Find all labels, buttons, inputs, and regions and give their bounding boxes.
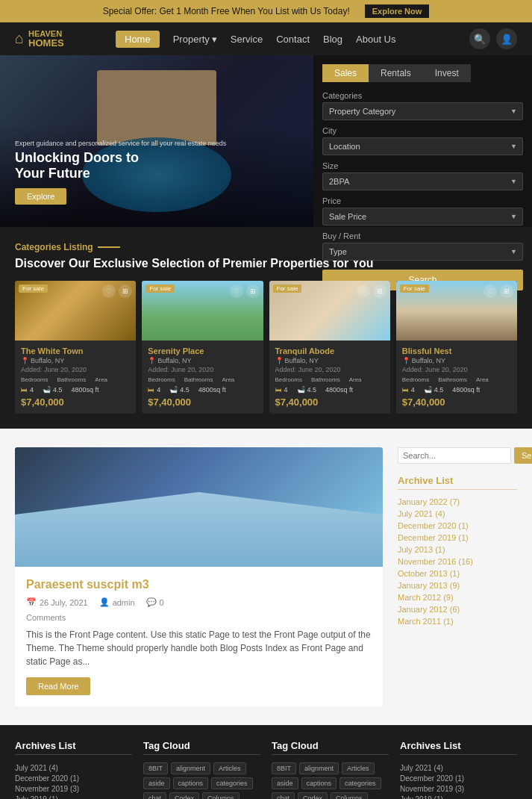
property-card: For sale ♡ ⊞ Serenity Place 📍 Buffalo, N… xyxy=(142,281,263,414)
blog-text: This is the Front Page content. Use this… xyxy=(26,628,372,668)
archive-item[interactable]: December 2020 (1) xyxy=(398,520,517,532)
footer-tagcloud-title-1: Tag Cloud xyxy=(143,740,260,755)
nav-service[interactable]: Service xyxy=(231,34,263,45)
archive-item[interactable]: March 2011 (1) xyxy=(398,615,517,627)
size-select[interactable]: 2BPA xyxy=(322,172,523,190)
compare-button[interactable]: ⊞ xyxy=(500,285,513,298)
tag[interactable]: Codex xyxy=(169,792,199,799)
archive-link[interactable]: July 2019 (1) xyxy=(400,794,517,799)
blog-date: 📅 26 July, 2021 xyxy=(26,597,88,607)
tag[interactable]: aside xyxy=(143,777,170,789)
price-field: Price Sale Price xyxy=(322,196,523,226)
like-button[interactable]: ♡ xyxy=(230,285,243,298)
nav-blog[interactable]: Blog xyxy=(323,34,342,45)
tag[interactable]: Columns xyxy=(202,792,240,799)
bedrooms-val: 4 xyxy=(157,386,160,394)
location-icon: 📍 xyxy=(275,357,284,364)
tag[interactable]: Articles xyxy=(213,762,246,774)
tab-sales[interactable]: Sales xyxy=(322,64,369,82)
archive-item[interactable]: October 2013 (1) xyxy=(398,568,517,579)
hero-building-graphic xyxy=(97,70,216,145)
footer-widgets: Archives List July 2021 (4)December 2020… xyxy=(0,725,532,799)
archive-item[interactable]: December 2019 (1) xyxy=(398,532,517,544)
hero-explore-button[interactable]: Explore xyxy=(15,188,66,205)
logo-line2: HOMES xyxy=(28,38,64,49)
property-name: The White Town xyxy=(21,346,130,355)
tag[interactable]: Columns xyxy=(331,792,368,799)
property-image: For sale ♡ ⊞ xyxy=(15,281,136,341)
archive-link[interactable]: December 2020 (1) xyxy=(15,773,132,783)
search-tabs: Sales Rentals Invest xyxy=(322,64,523,82)
dropdown-arrow: ▾ xyxy=(212,34,217,45)
categories-select[interactable]: Property Category xyxy=(322,102,523,120)
tag[interactable]: 8BIT xyxy=(143,762,168,774)
archive-item[interactable]: March 2012 (9) xyxy=(398,591,517,603)
tab-rentals[interactable]: Rentals xyxy=(369,64,423,82)
blog-sidebar: Search Archive List January 2022 (7)July… xyxy=(398,447,517,706)
archive-link[interactable]: July 2021 (4) xyxy=(15,762,132,773)
compare-button[interactable]: ⊞ xyxy=(119,285,132,298)
tag[interactable]: categories xyxy=(339,777,381,789)
tag[interactable]: captions xyxy=(301,777,337,789)
tag[interactable]: Codex xyxy=(298,792,328,799)
archive-item[interactable]: January 2022 (7) xyxy=(398,496,517,508)
archive-item[interactable]: July 2013 (1) xyxy=(398,544,517,556)
like-button[interactable]: ♡ xyxy=(357,285,370,298)
archive-item[interactable]: July 2021 (4) xyxy=(398,508,517,520)
archive-link[interactable]: July 2021 (4) xyxy=(400,762,517,773)
archive-item[interactable]: January 2013 (9) xyxy=(398,579,517,591)
tab-invest[interactable]: Invest xyxy=(423,64,471,82)
tag[interactable]: chat xyxy=(143,792,166,799)
property-location: 📍 Buffalo, NY xyxy=(148,357,257,364)
compare-button[interactable]: ⊞ xyxy=(373,285,387,298)
tag[interactable]: aside xyxy=(272,777,298,789)
footer-archives-list-2: July 2021 (4)December 2020 (1)November 2… xyxy=(400,762,517,799)
compare-button[interactable]: ⊞ xyxy=(246,285,260,298)
bathrooms-val: 4.5 xyxy=(180,386,190,394)
archive-item[interactable]: January 2012 (6) xyxy=(398,603,517,615)
for-sale-badge: For sale xyxy=(400,285,429,293)
property-image: For sale ♡ ⊞ xyxy=(269,281,390,341)
read-more-button[interactable]: Read More xyxy=(26,677,90,695)
blog-meta: 📅 26 July, 2021 👤 admin 💬 0 xyxy=(26,597,372,607)
city-select[interactable]: Location xyxy=(322,137,523,155)
like-button[interactable]: ♡ xyxy=(102,285,116,298)
archive-link[interactable]: November 2019 (3) xyxy=(400,783,517,794)
footer-archives-list-1: July 2021 (4)December 2020 (1)November 2… xyxy=(15,762,132,799)
like-button[interactable]: ♡ xyxy=(484,285,497,298)
city-field: City Location xyxy=(322,126,523,155)
for-sale-badge: For sale xyxy=(19,285,48,293)
sidebar-search-button[interactable]: Search xyxy=(514,447,532,464)
tag[interactable]: categories xyxy=(211,777,253,789)
blog-content: Paraesent suscpit m3 📅 26 July, 2021 👤 a… xyxy=(15,567,383,706)
nav-contact[interactable]: Contact xyxy=(276,34,310,45)
price-select[interactable]: Sale Price xyxy=(322,208,523,226)
blog-section: Paraesent suscpit m3 📅 26 July, 2021 👤 a… xyxy=(0,429,532,725)
archive-link[interactable]: November 2019 (3) xyxy=(15,783,132,794)
nav-home[interactable]: Home xyxy=(116,31,160,48)
tag[interactable]: alignment xyxy=(171,762,210,774)
user-button[interactable]: 👤 xyxy=(496,28,517,49)
explore-now-button[interactable]: Explore Now xyxy=(365,4,430,18)
buy-rent-select[interactable]: Type xyxy=(322,243,523,261)
tag[interactable]: Articles xyxy=(342,762,375,774)
navbar: ⌂ HEAVEN HOMES Home Property ▾ Service C… xyxy=(0,22,532,55)
search-button[interactable]: 🔍 xyxy=(469,28,490,49)
tag[interactable]: chat xyxy=(272,792,295,799)
tag[interactable]: 8BIT xyxy=(272,762,296,774)
archive-item[interactable]: November 2016 (16) xyxy=(398,556,517,568)
nav-about[interactable]: About Us xyxy=(356,34,395,45)
archive-link[interactable]: July 2019 (1) xyxy=(15,794,132,799)
bedrooms-label: Bedrooms xyxy=(402,376,429,383)
hero-subtext: Expert guidance and personalized service… xyxy=(15,140,226,147)
size-field: Size 2BPA xyxy=(322,161,523,190)
tag[interactable]: captions xyxy=(173,777,209,789)
archive-link[interactable]: December 2020 (1) xyxy=(400,773,517,783)
bathrooms-label: Bathrooms xyxy=(57,376,86,383)
location-icon: 📍 xyxy=(148,357,156,364)
blog-house-graphic xyxy=(15,492,383,567)
property-actions: ♡ ⊞ xyxy=(102,285,132,298)
sidebar-search-input[interactable] xyxy=(398,447,511,464)
tag[interactable]: alignment xyxy=(299,762,339,774)
nav-property[interactable]: Property ▾ xyxy=(173,34,217,45)
